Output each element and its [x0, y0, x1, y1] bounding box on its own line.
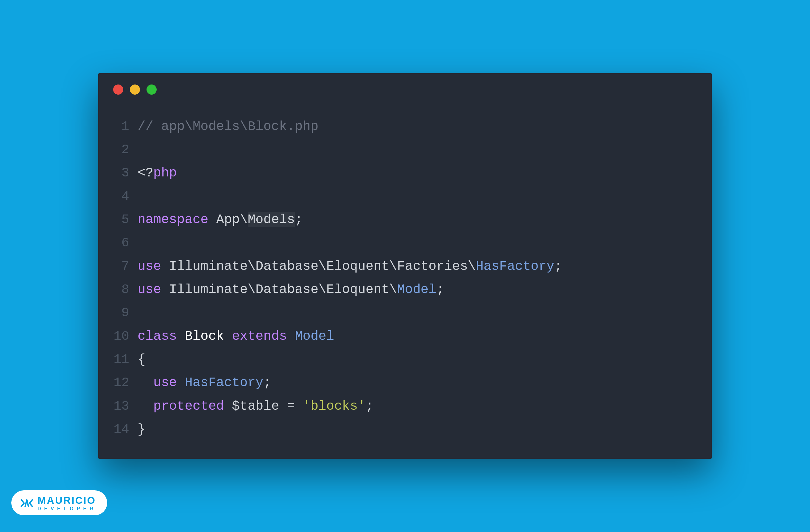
line-number: 8	[110, 278, 137, 301]
line-code: use Illuminate\Database\Eloquent\Model;	[137, 278, 694, 301]
code-line: 7use Illuminate\Database\Eloquent\Factor…	[110, 255, 694, 278]
code-line: 13 protected $table = 'blocks';	[110, 395, 694, 418]
code-token: use	[137, 282, 161, 297]
line-code: namespace App\Models;	[137, 208, 694, 231]
badge-text: MAURICIO DEVELOPER	[37, 495, 97, 511]
line-code: {	[137, 348, 694, 371]
badge-subtitle: DEVELOPER	[37, 506, 97, 511]
code-line: 12 use HasFactory;	[110, 371, 694, 394]
code-token	[137, 375, 153, 390]
code-token: Block	[184, 329, 224, 344]
line-number: 4	[110, 185, 137, 208]
code-line: 6	[110, 231, 694, 254]
code-token: \	[389, 259, 397, 274]
code-token: Eloquent	[326, 259, 389, 274]
line-number: 6	[110, 231, 137, 254]
code-token: ;	[554, 259, 562, 274]
line-number: 9	[110, 301, 137, 324]
code-token	[295, 399, 303, 414]
line-code: use HasFactory;	[137, 371, 694, 394]
code-token	[161, 259, 169, 274]
window-titlebar	[98, 73, 712, 106]
line-code: class Block extends Model	[137, 325, 694, 348]
badge-name: MAURICIO	[37, 495, 97, 505]
code-line: 5namespace App\Models;	[110, 208, 694, 231]
code-area[interactable]: 1// app\Models\Block.php2 3<?php4 5names…	[98, 106, 712, 441]
code-token: =	[287, 399, 295, 414]
window-zoom-button[interactable]	[146, 84, 157, 95]
code-token: \	[240, 212, 247, 227]
line-number: 11	[110, 348, 137, 371]
line-number: 14	[110, 418, 137, 441]
code-token	[177, 329, 184, 344]
code-token: protected	[153, 399, 224, 414]
window-minimize-button[interactable]	[130, 84, 140, 95]
line-code: use Illuminate\Database\Eloquent\Factori…	[137, 255, 694, 278]
line-code	[137, 301, 694, 324]
editor-window: 1// app\Models\Block.php2 3<?php4 5names…	[98, 73, 712, 459]
code-token: \	[318, 259, 326, 274]
code-token: {	[137, 352, 145, 367]
code-token: // app\Models\Block.php	[137, 119, 318, 134]
code-token: HasFactory	[475, 259, 554, 274]
code-token: Eloquent	[326, 282, 389, 297]
line-number: 2	[110, 138, 137, 161]
code-token	[161, 282, 169, 297]
code-token: Illuminate	[169, 282, 248, 297]
code-token: Database	[256, 259, 318, 274]
code-token: Model	[397, 282, 436, 297]
code-token: HasFactory	[184, 375, 263, 390]
code-token: \	[248, 259, 256, 274]
line-number: 7	[110, 255, 137, 278]
code-token: }	[137, 422, 145, 437]
code-token: use	[137, 259, 161, 274]
line-code: protected $table = 'blocks';	[137, 395, 694, 418]
line-code: // app\Models\Block.php	[137, 115, 694, 138]
code-token: 'blocks'	[303, 399, 366, 414]
code-token	[287, 329, 295, 344]
code-token: Factories	[397, 259, 468, 274]
code-token: php	[153, 165, 177, 180]
author-badge: MAURICIO DEVELOPER	[11, 491, 107, 515]
line-number: 12	[110, 371, 137, 394]
line-code	[137, 231, 694, 254]
window-close-button[interactable]	[113, 84, 123, 95]
code-token: \	[248, 282, 256, 297]
code-token	[137, 399, 153, 414]
code-token: App	[216, 212, 240, 227]
line-number: 5	[110, 208, 137, 231]
code-line: 11{	[110, 348, 694, 371]
code-token	[279, 399, 287, 414]
line-number: 13	[110, 395, 137, 418]
code-token	[224, 329, 232, 344]
code-token: use	[153, 375, 177, 390]
code-token: ;	[366, 399, 373, 414]
code-token: Models	[248, 212, 295, 227]
line-code: }	[137, 418, 694, 441]
code-token: \	[318, 282, 326, 297]
code-token: $table	[232, 399, 279, 414]
code-token: ;	[436, 282, 444, 297]
code-token: Model	[295, 329, 334, 344]
code-token: <?	[137, 165, 153, 180]
code-token: Illuminate	[169, 259, 248, 274]
code-line: 4	[110, 185, 694, 208]
code-token	[208, 212, 216, 227]
code-token: ;	[295, 212, 303, 227]
line-code	[137, 138, 694, 161]
logo-icon	[20, 497, 33, 510]
code-line: 8use Illuminate\Database\Eloquent\Model;	[110, 278, 694, 301]
line-code	[137, 185, 694, 208]
code-line: 14}	[110, 418, 694, 441]
code-token: class	[137, 329, 177, 344]
code-line: 10class Block extends Model	[110, 325, 694, 348]
stage: 1// app\Models\Block.php2 3<?php4 5names…	[0, 0, 810, 532]
code-token: ;	[263, 375, 271, 390]
code-token: \	[389, 282, 397, 297]
code-token: \	[468, 259, 475, 274]
line-number: 1	[110, 115, 137, 138]
code-token	[177, 375, 184, 390]
code-token	[224, 399, 232, 414]
line-number: 3	[110, 161, 137, 184]
code-token: namespace	[137, 212, 208, 227]
